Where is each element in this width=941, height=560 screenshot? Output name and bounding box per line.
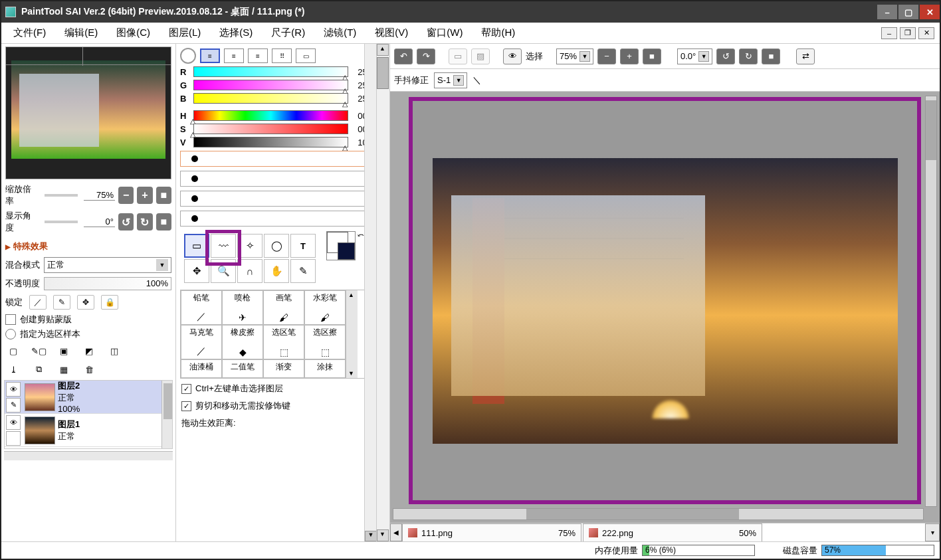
menu-window[interactable]: 窗口(W) [420,24,474,42]
hsv-slider-button[interactable]: ≡ [224,48,244,63]
color-history-3[interactable] [180,191,372,207]
panel-scrollbar[interactable]: ▼ [364,44,376,541]
menu-image[interactable]: 图像(C) [110,24,162,42]
brush-watercolor[interactable]: 水彩笔🖌 [304,290,346,325]
color-history-2[interactable] [180,171,372,187]
menu-help[interactable]: 帮助(H) [474,24,527,42]
layer-item[interactable]: 👁 图层1正常 [5,414,172,447]
flip-h-button[interactable]: ⇄ [796,48,815,64]
menu-select[interactable]: 选择(S) [213,24,264,42]
menu-view[interactable]: 视图(V) [368,24,420,42]
visibility-icon[interactable]: 👁 [6,415,21,430]
zoom-in-button[interactable]: + [137,187,152,204]
rotation-dropdown[interactable]: 0.0°▼ [677,48,712,64]
canvas-viewport[interactable]: ▲ [390,92,940,523]
invert-sel-button[interactable]: ▨ [471,48,490,64]
color-swatch[interactable]: ⤺ [326,231,356,260]
delete-layer-button[interactable]: 🗑 [81,362,97,377]
zoom-tool[interactable]: 🔍 [211,259,236,283]
lock-all-button[interactable]: 🔒 [101,295,118,310]
brush-marker[interactable]: 马克笔／ [181,325,222,359]
h-slider[interactable] [193,110,348,121]
menu-edit[interactable]: 编辑(E) [58,24,110,42]
text-tool[interactable]: T [290,234,316,258]
rot-ccw-btn[interactable]: ↺ [716,48,735,64]
edit-icon[interactable]: ✎ [6,398,21,413]
zoom-slider[interactable] [45,194,78,197]
brush-gradient[interactable]: 渐变 [263,359,304,378]
v-slider[interactable] [193,137,348,147]
menu-filter[interactable]: 滤镜(T) [317,24,368,42]
blend-mode-dropdown[interactable]: 正常▼ [44,257,171,273]
clear-layer-button[interactable]: ◫ [106,343,122,358]
brush-binary[interactable]: 二值笔 [222,359,263,378]
merge-down-button[interactable]: ⧉ [31,362,47,377]
s-slider[interactable] [193,124,348,134]
clipping-mask-checkbox[interactable]: 创建剪贴蒙版 [1,312,175,327]
child-close-button[interactable]: ✕ [918,27,934,39]
deselect-button[interactable]: ▭ [449,48,467,64]
layer-hscroll[interactable] [4,451,173,460]
zoom-out-btn[interactable]: − [597,48,616,64]
child-restore-button[interactable]: ❐ [900,27,916,39]
doc-tab-1[interactable]: 111.png75% [402,523,581,541]
menu-layer[interactable]: 图层(L) [162,24,213,42]
visibility-icon[interactable]: 👁 [6,382,21,397]
color-history-1[interactable] [180,151,372,167]
zoom-fit-btn[interactable]: ■ [643,48,661,64]
brush-brush[interactable]: 画笔🖌 [263,290,304,325]
brush-smudge[interactable]: 涂抹 [304,359,346,378]
hand-tool[interactable]: ✋ [264,259,289,283]
tab-collapse-button[interactable]: ▾ [925,523,940,541]
zoom-in-btn[interactable]: + [620,48,639,64]
zoom-out-button[interactable]: − [118,187,134,204]
redo-button[interactable]: ↷ [417,48,435,64]
child-minimize-button[interactable]: – [881,27,897,39]
eye-icon[interactable]: 👁 [503,48,522,64]
lasso-tool[interactable]: 〰 [211,234,236,258]
rot-reset-btn[interactable]: ■ [762,48,780,64]
brush-pencil[interactable]: 铅笔／ [181,290,222,325]
lock-pixels-button[interactable]: ✎ [53,295,70,310]
swatches-button[interactable]: ⠿ [272,48,292,63]
gray-slider-button[interactable]: ≡ [248,48,268,63]
layer-scrollbar[interactable] [161,381,173,448]
rotate-cw-button[interactable]: ↻ [137,213,152,231]
navigator-preview[interactable] [5,47,171,179]
zoom-dropdown[interactable]: 75%▼ [556,48,593,64]
canvas-vscroll[interactable] [925,96,937,507]
move-tool[interactable]: ✥ [184,259,209,283]
window-maximize-button[interactable]: ▢ [898,5,918,19]
stabilizer-dropdown[interactable]: S-1▼ [434,72,467,88]
flatten-button[interactable]: ▦ [56,362,72,377]
r-slider[interactable] [193,66,348,77]
rect-select-tool[interactable]: ▭ [184,234,209,258]
cut-move-no-modifier-checkbox[interactable]: ✓剪切和移动无需按修饰键 [181,400,371,412]
brush-seleraser[interactable]: 选区擦⬚ [304,325,346,359]
swap-colors-icon[interactable]: ⤺ [358,231,364,240]
window-minimize-button[interactable]: – [877,5,897,19]
canvas-hscroll[interactable] [393,508,924,520]
lock-move-button[interactable]: ✥ [77,295,94,310]
lock-none-button[interactable]: ／ [29,295,47,310]
brush-selpen[interactable]: 选区笔⬚ [263,325,304,359]
color-history-4[interactable] [180,211,372,227]
angle-slider[interactable] [45,221,78,223]
brush-bucket[interactable]: 油漆桶 [181,359,222,378]
tab-scroll-left[interactable]: ◀ [390,523,402,541]
rotate-tool[interactable]: ∩ [237,259,262,283]
menu-file[interactable]: 文件(F) [7,24,58,42]
scratchpad-button[interactable]: ▭ [296,48,316,63]
brush-airbrush[interactable]: 喷枪✈ [222,290,263,325]
rgb-slider-button[interactable]: ≡ [200,48,220,63]
new-layer-button[interactable]: ▢ [5,343,21,358]
undo-button[interactable]: ↶ [394,48,413,64]
brush-eraser[interactable]: 橡皮擦◆ [222,325,263,359]
layer-item[interactable]: 👁✎ 图层2正常100% [5,381,172,414]
eyedropper-tool[interactable]: ✎ [290,259,316,283]
rotate-ccw-button[interactable]: ↺ [118,213,134,231]
zoom-reset-button[interactable]: ■ [156,187,171,204]
edit-icon[interactable] [6,431,21,446]
opacity-slider[interactable]: 100% [44,277,171,290]
color-wheel-button[interactable] [180,48,196,64]
